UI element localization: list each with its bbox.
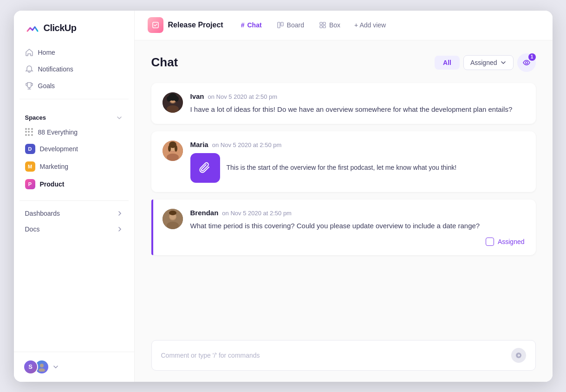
send-button[interactable] (511, 348, 526, 363)
msg-brendan-body: Brendan on Nov 5 2020 at 2:50 pm What ti… (190, 209, 525, 246)
attachment-icon[interactable] (190, 153, 220, 183)
msg-ivan-body: Ivan on Nov 5 2020 at 2:50 pm I have a l… (190, 92, 525, 115)
main-content: Release Project # Chat Board (135, 11, 553, 382)
divider-2 (20, 200, 129, 201)
dashboards-item[interactable]: Dashboards (14, 206, 134, 221)
trophy-icon (25, 82, 33, 90)
filter-all-button[interactable]: All (435, 56, 460, 70)
sidebar-item-everything[interactable]: 88 Everything (20, 124, 129, 140)
docs-label: Docs (25, 225, 40, 233)
svg-point-1 (39, 368, 45, 372)
assigned-checkbox[interactable]: Assigned (486, 238, 525, 246)
avatar-user-s: S (23, 360, 38, 374)
svg-point-15 (167, 96, 171, 102)
messages-list: Ivan on Nov 5 2020 at 2:50 pm I have a l… (151, 83, 536, 267)
msg-maria-author: Maria (190, 141, 208, 148)
sidebar-item-notifications[interactable]: Notifications (20, 61, 129, 77)
msg-ivan-author: Ivan (190, 92, 204, 100)
msg-brendan-text: What time period is this covering? Could… (190, 220, 525, 231)
add-view-button[interactable]: + Add view (349, 19, 391, 32)
sidebar-item-development[interactable]: D Development (20, 140, 129, 158)
send-icon (515, 352, 522, 359)
project-info: Release Project (148, 17, 223, 33)
svg-rect-8 (323, 26, 325, 28)
sidebar-item-goals[interactable]: Goals (20, 77, 129, 94)
chat-filters: All Assigned 1 (435, 53, 535, 72)
svg-point-26 (167, 222, 179, 229)
chevron-down-icon (116, 114, 123, 122)
sidebar-item-goals-label: Goals (38, 82, 55, 90)
spaces-title: Spaces (25, 114, 46, 121)
chevron-assigned-icon (500, 59, 507, 66)
msg-brendan-time: on Nov 5 2020 at 2:50 pm (222, 210, 292, 217)
svg-point-23 (175, 145, 177, 152)
tab-board-label: Board (287, 21, 304, 29)
project-icon (148, 17, 163, 33)
checkbox[interactable] (486, 238, 494, 246)
comment-placeholder: Comment or type '/' for commands (161, 352, 260, 359)
sidebar-item-home-label: Home (38, 49, 55, 56)
add-view-label: + Add view (354, 21, 386, 29)
svg-point-19 (167, 154, 179, 161)
svg-rect-4 (281, 22, 283, 26)
comment-input-box[interactable]: Comment or type '/' for commands (151, 340, 536, 371)
bell-icon (25, 65, 33, 73)
chat-area: Chat All Assigned 1 (135, 40, 553, 333)
tab-board[interactable]: Board (270, 19, 311, 32)
filter-assigned-dropdown[interactable]: Assigned (463, 55, 514, 70)
filter-assigned-label: Assigned (470, 59, 497, 66)
chat-header: Chat All Assigned 1 (151, 53, 536, 72)
tab-chat[interactable]: # Chat (234, 19, 268, 32)
paperclip-icon (199, 161, 212, 174)
tab-box[interactable]: Box (312, 19, 347, 32)
sidebar-item-home[interactable]: Home (20, 44, 129, 61)
message-maria: Maria on Nov 5 2020 at 2:50 pm This is t… (151, 131, 536, 192)
avatar-maria (163, 141, 183, 161)
logo-text: ClickUp (44, 23, 77, 33)
chevron-right-docs-icon (117, 226, 123, 232)
svg-rect-5 (320, 22, 322, 25)
home-icon (25, 48, 33, 57)
top-bar: Release Project # Chat Board (135, 11, 553, 40)
product-label: Product (40, 180, 65, 188)
mkt-badge: M (25, 161, 35, 172)
tab-chat-label: Chat (247, 21, 261, 29)
avatar-stack: S (23, 360, 49, 374)
svg-point-22 (168, 145, 171, 152)
msg-ivan-meta: Ivan on Nov 5 2020 at 2:50 pm (190, 92, 525, 100)
dropdown-arrow-icon[interactable] (53, 364, 59, 370)
spaces-header[interactable]: Spaces (20, 111, 129, 124)
hash-icon: # (241, 21, 245, 29)
sidebar-item-product[interactable]: P Product (20, 175, 129, 193)
msg-maria-body: Maria on Nov 5 2020 at 2:50 pm This is t… (190, 141, 525, 183)
avatar-ivan (163, 92, 183, 113)
dev-badge: D (25, 144, 35, 154)
sidebar-item-marketing[interactable]: M Marketing (20, 158, 129, 175)
sidebar-item-notifications-label: Notifications (38, 65, 73, 73)
chat-title: Chat (151, 55, 178, 70)
development-label: Development (40, 145, 78, 153)
svg-point-28 (169, 211, 176, 215)
docs-item[interactable]: Docs (14, 221, 134, 237)
logo: ClickUp (14, 11, 134, 44)
watch-button[interactable]: 1 (517, 53, 536, 72)
svg-rect-6 (323, 22, 325, 25)
msg-ivan-text: I have a lot of ideas for this! Do we ha… (190, 104, 525, 115)
msg-brendan-meta: Brendan on Nov 5 2020 at 2:50 pm (190, 209, 525, 217)
svg-point-16 (174, 96, 179, 102)
grid-icon (25, 128, 33, 136)
svg-point-12 (167, 105, 179, 113)
everything-label: 88 Everything (38, 129, 78, 136)
board-icon (277, 21, 284, 29)
msg-maria-text: This is the start of the overview for th… (227, 163, 457, 173)
svg-point-0 (40, 364, 44, 367)
box-icon (319, 21, 326, 29)
prod-badge: P (25, 179, 35, 189)
msg-ivan-time: on Nov 5 2020 at 2:50 pm (208, 93, 278, 100)
dashboards-label: Dashboards (25, 210, 60, 217)
spaces-section: Spaces 88 Everything D Development (14, 104, 134, 196)
sidebar: ClickUp Home Notifications (14, 11, 135, 382)
sidebar-nav: Home Notifications Goals (14, 44, 134, 94)
project-title: Release Project (168, 21, 223, 29)
svg-rect-3 (278, 22, 280, 28)
